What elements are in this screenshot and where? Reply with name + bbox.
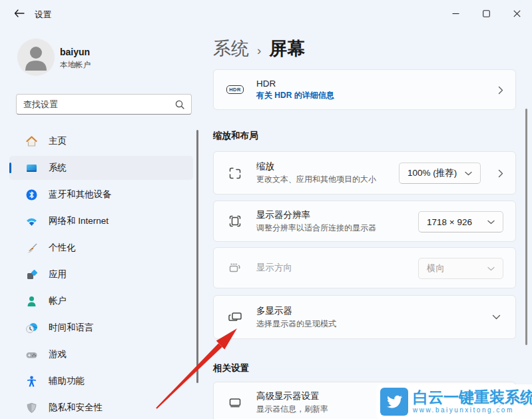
gaming-icon — [25, 348, 38, 361]
selected-indicator — [9, 163, 11, 173]
scale-card-subtitle: 更改文本、应用和其他项目的大小 — [256, 174, 376, 185]
sidebar-item-bluetooth[interactable]: 蓝牙和其他设备 — [9, 183, 193, 207]
chevron-down-icon — [487, 220, 495, 224]
watermark-brand: 白云一键重装系统 — [413, 390, 532, 405]
section-header-scale-layout: 缩放和布局 — [213, 130, 258, 142]
maximize-icon — [483, 10, 490, 17]
sidebar-item-system[interactable]: 系统 — [9, 156, 193, 180]
sidebar-item-privacy[interactable]: 隐私和安全性 — [9, 396, 193, 419]
sidebar-item-label: 主页 — [49, 135, 67, 147]
scale-card-title: 缩放 — [256, 161, 376, 173]
orientation-dropdown: 横向 — [418, 258, 503, 279]
scale-card[interactable]: 缩放 更改文本、应用和其他项目的大小 100% (推荐) — [213, 151, 516, 195]
chevron-right-icon — [498, 86, 503, 95]
apps-icon — [25, 268, 38, 281]
user-avatar-icon — [17, 39, 55, 76]
sidebar-item-personalization[interactable]: 个性化 — [9, 236, 193, 260]
minimize-icon — [452, 10, 459, 17]
hdr-card-title: HDR — [256, 79, 334, 89]
sidebar-item-gaming[interactable]: 游戏 — [9, 342, 193, 366]
multi-display-card[interactable]: 多显示器 选择显示器的呈现模式 — [213, 295, 516, 339]
multi-display-icon — [227, 309, 243, 325]
personalization-icon — [25, 242, 38, 254]
search-box[interactable] — [16, 94, 192, 115]
network-icon — [25, 215, 38, 228]
section-header-related: 相关设置 — [213, 362, 249, 374]
watermark-url: www.baiyunxitong.com — [413, 407, 532, 414]
close-button[interactable] — [501, 0, 532, 27]
window-title: 设置 — [35, 9, 51, 21]
sidebar-item-label: 游戏 — [49, 348, 67, 360]
sidebar-item-label: 时间和语言 — [49, 322, 94, 334]
orientation-card: 显示方向 横向 — [213, 247, 516, 288]
scale-dropdown-value: 100% (推荐) — [407, 167, 457, 179]
advanced-display-icon — [228, 395, 242, 410]
hdr-card[interactable]: HDR HDR 有关 HDR 的详细信息 — [213, 69, 516, 110]
back-arrow-icon — [14, 9, 25, 17]
bird-logo-icon — [384, 392, 404, 412]
hdr-icon: HDR — [226, 85, 244, 94]
search-input[interactable] — [23, 99, 175, 109]
sidebar-item-label: 个性化 — [49, 242, 76, 254]
user-account-type: 本地帐户 — [60, 60, 91, 70]
sidebar-item-label: 系统 — [49, 162, 67, 174]
system-icon — [25, 162, 38, 175]
resolution-dropdown[interactable]: 1718 × 926 — [418, 211, 503, 232]
main-content: 系统 › 屏幕 HDR HDR 有关 HDR 的详细信息 缩放和布局 缩放 更改… — [213, 27, 516, 419]
sidebar-item-label: 帐户 — [49, 295, 67, 307]
home-icon — [25, 135, 38, 148]
main-scrollbar[interactable] — [525, 109, 527, 345]
minimize-button[interactable] — [440, 0, 471, 27]
maximize-button[interactable] — [471, 0, 501, 27]
chevron-down-icon — [487, 266, 495, 271]
sidebar: baiyun 本地帐户 主页 系统 — [0, 27, 200, 419]
watermark-logo — [380, 388, 408, 416]
page-title: 屏幕 — [269, 37, 305, 61]
sidebar-item-label: 蓝牙和其他设备 — [49, 189, 112, 201]
breadcrumb: 系统 › 屏幕 — [213, 37, 305, 61]
privacy-icon — [25, 402, 38, 414]
multi-display-card-title: 多显示器 — [256, 305, 336, 317]
accessibility-icon — [25, 375, 38, 388]
sidebar-nav: 主页 系统 蓝牙和其他设备 网络和 Inter — [9, 129, 193, 419]
chevron-right-icon[interactable] — [498, 169, 503, 178]
bluetooth-icon — [25, 189, 38, 201]
time-language-icon — [25, 322, 38, 334]
sidebar-item-network[interactable]: 网络和 Internet — [9, 209, 193, 233]
resolution-dropdown-value: 1718 × 926 — [427, 217, 472, 227]
scale-icon — [228, 166, 242, 181]
hdr-info-link[interactable]: 有关 HDR 的详细信息 — [256, 90, 334, 101]
watermark: 白云一键重装系统 www.baiyunxitong.com — [376, 384, 532, 419]
avatar[interactable] — [17, 39, 55, 76]
sidebar-scrollbar[interactable] — [196, 130, 198, 383]
sidebar-item-label: 隐私和安全性 — [49, 402, 103, 414]
accounts-icon — [25, 295, 38, 308]
sidebar-item-apps[interactable]: 应用 — [9, 262, 193, 286]
sidebar-item-label: 应用 — [49, 268, 67, 280]
advanced-display-card-subtitle: 显示器信息，刷新率 — [256, 404, 328, 415]
resolution-icon — [228, 214, 242, 228]
breadcrumb-separator: › — [257, 43, 261, 58]
advanced-display-card-title: 高级显示器设置 — [256, 390, 328, 402]
user-name: baiyun — [60, 47, 90, 57]
back-button[interactable] — [9, 4, 29, 23]
breadcrumb-parent[interactable]: 系统 — [213, 37, 249, 61]
orientation-card-title: 显示方向 — [256, 262, 292, 274]
close-icon — [513, 10, 521, 17]
resolution-card[interactable]: 显示器分辨率 调整分辨率以适合所连接的显示器 1718 × 926 — [213, 201, 516, 242]
title-bar: 设置 — [0, 0, 532, 27]
resolution-card-title: 显示器分辨率 — [256, 209, 376, 221]
scale-dropdown[interactable]: 100% (推荐) — [399, 163, 481, 184]
search-icon — [175, 100, 184, 109]
sidebar-item-accessibility[interactable]: 辅助功能 — [9, 369, 193, 393]
sidebar-item-accounts[interactable]: 帐户 — [9, 289, 193, 313]
sidebar-item-label: 网络和 Internet — [49, 215, 109, 227]
orientation-dropdown-value: 横向 — [427, 262, 445, 274]
sidebar-item-label: 辅助功能 — [49, 375, 85, 387]
chevron-down-icon[interactable] — [492, 314, 501, 320]
resolution-card-subtitle: 调整分辨率以适合所连接的显示器 — [256, 222, 376, 234]
sidebar-item-home[interactable]: 主页 — [9, 129, 193, 153]
multi-display-card-subtitle: 选择显示器的呈现模式 — [256, 318, 336, 330]
orientation-icon — [228, 260, 242, 275]
sidebar-item-time-language[interactable]: 时间和语言 — [9, 316, 193, 340]
